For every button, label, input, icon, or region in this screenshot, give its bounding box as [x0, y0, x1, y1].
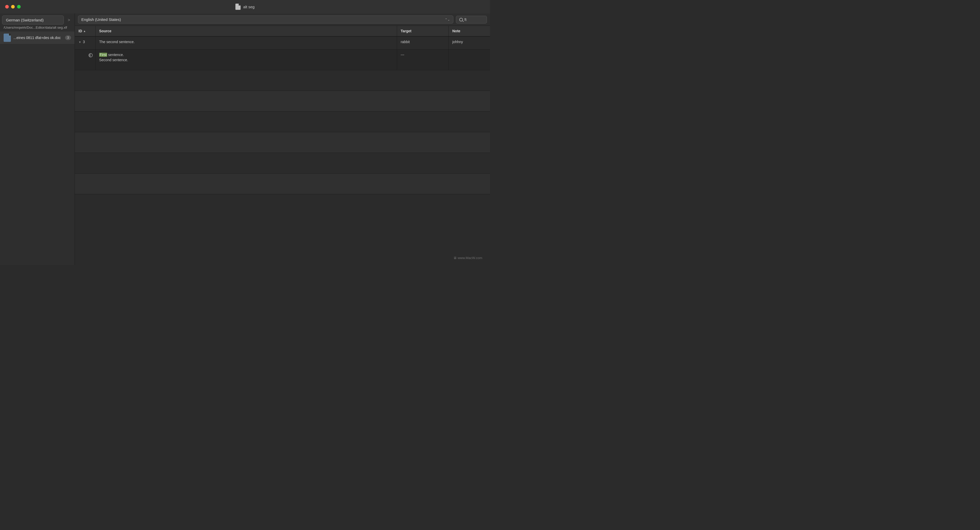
- file-badge: 3: [65, 35, 71, 40]
- search-box[interactable]: ft: [456, 16, 487, 24]
- sub-row-note-cell: [449, 49, 490, 70]
- file-path: /Users/mrqwirk/Doc...Editor/data/alt seg…: [0, 24, 75, 32]
- row-id-value: 3: [83, 40, 85, 44]
- col-header-target[interactable]: Target: [397, 26, 449, 36]
- row-note-text: johhny: [452, 40, 463, 44]
- source-line-1-rest: sentence.: [107, 53, 124, 57]
- col-source-label: Source: [99, 29, 111, 33]
- titlebar-center: alt seg: [235, 4, 255, 10]
- row-target-text: rabbit: [401, 40, 410, 44]
- empty-row: [75, 173, 490, 194]
- maximize-button[interactable]: [17, 5, 21, 8]
- file-item[interactable]: ...eines 0811 dfat+des ok.doc 3: [0, 32, 75, 44]
- sub-row-target-text: ---: [401, 53, 404, 57]
- search-text: ft: [465, 18, 466, 22]
- col-header-id[interactable]: ID ▲: [75, 26, 95, 36]
- table-row[interactable]: ▼ 3 The second sentence. rabbit johhny: [75, 37, 490, 49]
- first-highlight: First: [99, 53, 107, 57]
- empty-row: [75, 132, 490, 153]
- half-circle-icon: [89, 53, 93, 57]
- search-icon: [459, 18, 463, 21]
- empty-row: [75, 111, 490, 132]
- target-language-label: English (United States): [81, 17, 121, 22]
- source-language-label: German (Switzerland): [6, 18, 44, 22]
- row-source-cell: The second sentence.: [95, 37, 397, 49]
- row-source-text: The second sentence.: [99, 40, 135, 44]
- sub-row-id-cell: [75, 49, 95, 70]
- right-panel: English (United States) ⌃⌄ ft ID ▲ Sourc…: [75, 13, 490, 265]
- col-target-label: Target: [401, 29, 412, 33]
- file-icon: [4, 33, 11, 42]
- empty-row: [75, 153, 490, 173]
- col-id-label: ID: [78, 29, 82, 33]
- source-language-bar[interactable]: German (Switzerland): [2, 16, 64, 24]
- col-header-note[interactable]: Note: [449, 26, 490, 36]
- sub-row-target-cell: ---: [397, 49, 449, 70]
- sub-row-source-cell: First sentence. Second sentence.: [95, 49, 397, 70]
- close-button[interactable]: [5, 5, 9, 8]
- empty-row: [75, 70, 490, 91]
- chevron-up-down-icon: ⌃⌄: [445, 18, 450, 21]
- empty-row: [75, 91, 490, 111]
- minimize-button[interactable]: [11, 5, 15, 8]
- file-name: ...eines 0811 dfat+des ok.doc: [13, 36, 62, 40]
- sub-row: First sentence. Second sentence. ---: [75, 49, 490, 70]
- row-target-cell: rabbit: [397, 37, 449, 49]
- row-id-cell: ▼ 3: [75, 37, 95, 49]
- table-header: ID ▲ Source Target Note: [75, 26, 490, 37]
- col-header-source[interactable]: Source: [95, 26, 397, 36]
- source-line-2: Second sentence.: [99, 58, 128, 62]
- doc-icon: [235, 4, 240, 10]
- col-note-label: Note: [452, 29, 460, 33]
- titlebar: alt seg: [0, 0, 490, 13]
- main-layout: German (Switzerland) > /Users/mrqwirk/Do…: [0, 13, 490, 265]
- expand-arrow-icon[interactable]: ▼: [78, 41, 81, 44]
- right-toolbar: English (United States) ⌃⌄ ft: [75, 13, 490, 26]
- row-note-cell: johhny: [449, 37, 490, 49]
- sort-asc-icon: ▲: [83, 29, 86, 33]
- translation-table: ID ▲ Source Target Note ▼ 3: [75, 26, 490, 265]
- target-language-bar[interactable]: English (United States) ⌃⌄: [78, 16, 453, 24]
- window-title: alt seg: [243, 5, 255, 9]
- source-line-1: First sentence.: [99, 53, 128, 57]
- source-content: First sentence. Second sentence.: [99, 53, 128, 62]
- traffic-lights: [5, 5, 21, 8]
- lang-arrow: >: [66, 18, 72, 22]
- left-panel: German (Switzerland) > /Users/mrqwirk/Do…: [0, 13, 75, 265]
- empty-rows: [75, 70, 490, 194]
